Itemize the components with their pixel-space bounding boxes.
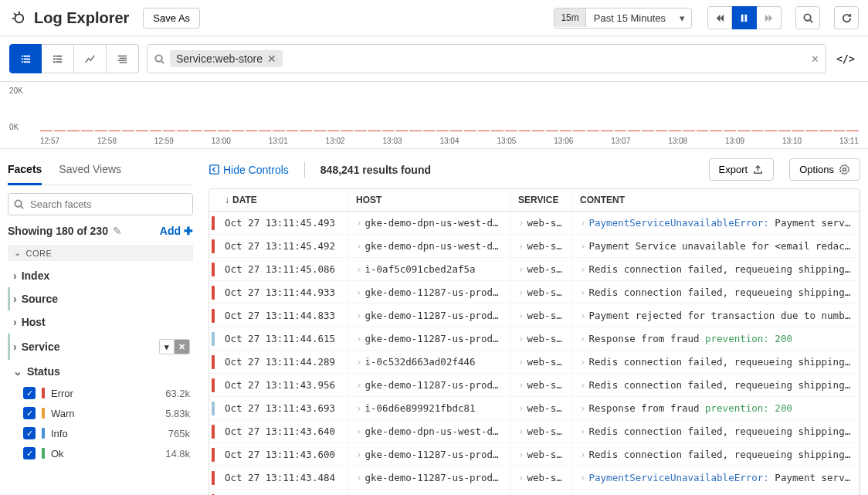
chart-bar[interactable]: [615, 90, 627, 131]
tab-saved-views[interactable]: Saved Views: [59, 158, 121, 185]
chart-bar[interactable]: [409, 90, 422, 131]
chart-bar[interactable]: [587, 90, 599, 131]
close-icon[interactable]: ✕: [175, 339, 190, 354]
chart-bar[interactable]: [191, 90, 203, 131]
refresh-button[interactable]: [834, 6, 859, 29]
chart-bar[interactable]: [560, 90, 572, 131]
chart-bar[interactable]: [341, 90, 353, 131]
facet-status[interactable]: ⌄Status: [8, 360, 193, 383]
chart-bar[interactable]: [354, 90, 367, 131]
status-item-ok[interactable]: ✓Ok14.8k: [8, 443, 193, 463]
facet-filter-badge[interactable]: ▾✕: [159, 339, 190, 354]
chart-bar[interactable]: [81, 90, 93, 131]
log-row[interactable]: Oct 27 13:11:43.640›gke-demo-dpn-us-west…: [209, 420, 860, 443]
column-service[interactable]: SERVICE: [510, 189, 572, 211]
options-button[interactable]: Options: [789, 158, 860, 181]
view-patterns-button[interactable]: [107, 44, 139, 73]
hide-controls-button[interactable]: Hide Controls: [209, 164, 289, 176]
chart-bar[interactable]: [683, 90, 695, 131]
chart-bar[interactable]: [505, 90, 517, 131]
chart-bar[interactable]: [642, 90, 654, 131]
chart-bar[interactable]: [382, 90, 395, 131]
save-as-button[interactable]: Save As: [143, 8, 200, 29]
log-row[interactable]: Oct 27 13:11:44.289›i-0c532d663ad02f446›…: [209, 351, 860, 374]
timeline-chart[interactable]: 20K 0K 12:5712:5812:5913:0013:0113:0213:…: [0, 82, 868, 149]
clear-search-icon[interactable]: ✕: [811, 53, 819, 65]
log-row[interactable]: Oct 27 13:11:43.484›gke-demo-11287-us-pr…: [209, 466, 860, 490]
facet-search-input[interactable]: [8, 193, 193, 215]
chart-bar[interactable]: [519, 90, 531, 131]
chart-bar[interactable]: [163, 90, 175, 131]
chart-bar[interactable]: [819, 90, 832, 131]
chart-bar[interactable]: [478, 90, 490, 131]
chart-bar[interactable]: [697, 90, 709, 131]
chart-bar[interactable]: [601, 90, 613, 131]
log-row[interactable]: Oct 27 13:11:43.483›gke-demo-11287-us-pr…: [209, 490, 860, 495]
log-row[interactable]: Oct 27 13:11:45.492›gke-demo-dpn-us-west…: [209, 235, 860, 258]
chart-bar[interactable]: [395, 90, 408, 131]
facet-service[interactable]: ›Service ▾✕: [8, 334, 193, 360]
log-row[interactable]: Oct 27 13:11:43.600›gke-demo-11287-us-pr…: [209, 443, 860, 466]
remove-tag-icon[interactable]: ✕: [267, 53, 276, 65]
chart-bar[interactable]: [109, 90, 121, 131]
checkbox-icon[interactable]: ✓: [23, 407, 36, 419]
checkbox-icon[interactable]: ✓: [23, 387, 36, 399]
log-row[interactable]: Oct 27 13:11:45.493›gke-demo-dpn-us-west…: [209, 212, 860, 235]
chart-bar[interactable]: [778, 90, 791, 131]
export-button[interactable]: Export: [709, 158, 775, 181]
chart-bar[interactable]: [669, 90, 681, 131]
step-back-button[interactable]: [707, 6, 732, 29]
filter-tag[interactable]: Service:web-store✕: [170, 50, 283, 67]
chart-bar[interactable]: [628, 90, 640, 131]
chart-bar[interactable]: [314, 90, 326, 131]
chart-bar[interactable]: [150, 90, 162, 131]
chart-bar[interactable]: [464, 90, 476, 131]
chart-bar[interactable]: [436, 90, 449, 131]
tab-facets[interactable]: Facets: [8, 158, 42, 185]
view-list-button[interactable]: [9, 44, 42, 73]
log-row[interactable]: Oct 27 13:11:45.086›i-0af5c091cbed2af5a›…: [209, 258, 860, 281]
log-row[interactable]: Oct 27 13:11:43.956›gke-demo-11287-us-pr…: [209, 374, 860, 397]
facet-source[interactable]: ›Source: [8, 287, 193, 310]
chart-bar[interactable]: [95, 90, 107, 131]
chart-bar[interactable]: [232, 90, 244, 131]
chart-bar[interactable]: [259, 90, 271, 131]
status-item-info[interactable]: ✓Info765k: [8, 423, 193, 443]
step-forward-button[interactable]: [757, 6, 782, 29]
edit-icon[interactable]: ✎: [113, 225, 122, 237]
chart-bar[interactable]: [54, 90, 66, 131]
chart-bar[interactable]: [737, 90, 750, 131]
facet-index[interactable]: ›Index: [8, 264, 193, 287]
status-item-error[interactable]: ✓Error63.2k: [8, 383, 193, 403]
add-facet-button[interactable]: Add✚: [160, 225, 193, 237]
chart-bar[interactable]: [327, 90, 340, 131]
view-chart-button[interactable]: [74, 44, 107, 73]
chart-bar[interactable]: [300, 90, 312, 131]
chart-bar[interactable]: [246, 90, 258, 131]
column-date[interactable]: ↓DATE: [217, 189, 348, 211]
chart-bar[interactable]: [656, 90, 668, 131]
chart-bar[interactable]: [136, 90, 148, 131]
chart-bar[interactable]: [833, 90, 846, 131]
facet-host[interactable]: ›Host: [8, 310, 193, 334]
chart-bar[interactable]: [546, 90, 558, 131]
search-button[interactable]: [795, 6, 820, 29]
chart-bar[interactable]: [792, 90, 805, 131]
status-item-warn[interactable]: ✓Warn5.83k: [8, 403, 193, 423]
chart-bar[interactable]: [368, 90, 381, 131]
log-row[interactable]: Oct 27 13:11:44.615›gke-demo-11287-us-pr…: [209, 327, 860, 351]
checkbox-icon[interactable]: ✓: [23, 447, 36, 459]
chart-bar[interactable]: [204, 90, 216, 131]
chart-bar[interactable]: [573, 90, 585, 131]
search-bar[interactable]: Service:web-store✕ ✕: [147, 44, 826, 73]
chart-bar[interactable]: [710, 90, 722, 131]
chart-bar[interactable]: [846, 90, 859, 131]
view-aggregate-button[interactable]: [42, 44, 74, 73]
facet-section-core[interactable]: ⌄CORE: [8, 245, 193, 261]
chart-bar[interactable]: [273, 90, 285, 131]
chart-bar[interactable]: [532, 90, 544, 131]
chart-bar[interactable]: [423, 90, 436, 131]
chart-bar[interactable]: [491, 90, 504, 131]
time-range-picker[interactable]: 15m Past 15 Minutes ▾: [554, 8, 692, 29]
chart-bar[interactable]: [724, 90, 736, 131]
